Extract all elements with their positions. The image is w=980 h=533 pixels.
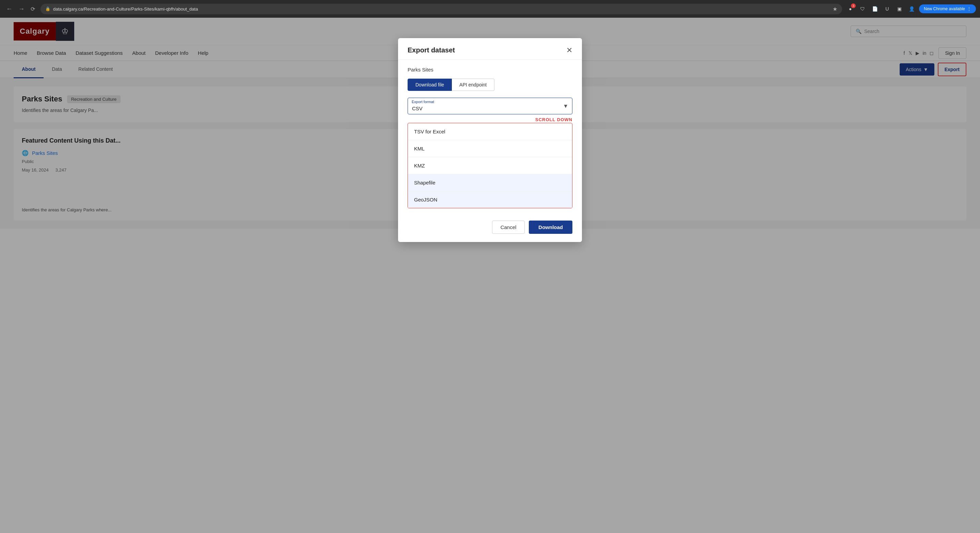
profile-icon[interactable]: 👤 (907, 4, 916, 14)
dropdown-item-tsv[interactable]: TSV for Excel (408, 123, 572, 140)
dropdown-item-shapefile[interactable]: Shapefile (408, 174, 572, 191)
modal-tab-download[interactable]: Download file (407, 79, 452, 91)
modal-tab-api[interactable]: API endpoint (452, 79, 495, 91)
refresh-button[interactable]: ⟳ (29, 5, 37, 14)
chevron-icon: ⋮ (967, 6, 971, 11)
modal-title: Export dataset (407, 46, 455, 54)
url-text: data.calgary.ca/Recreation-and-Culture/P… (53, 6, 830, 11)
forward-button[interactable]: → (16, 4, 27, 14)
modal-dataset-name: Parks Sites (407, 67, 573, 73)
new-chrome-label: New Chrome available (924, 6, 965, 11)
modal-footer: Cancel Download (398, 215, 582, 242)
dropdown-item-geojson[interactable]: GeoJSON (408, 191, 572, 208)
bookmark-manager-icon[interactable]: 📄 (870, 4, 880, 14)
shield-icon[interactable]: 🛡 (858, 4, 867, 14)
dropdown-item-kmz[interactable]: KMZ (408, 157, 572, 174)
extension-icon-2[interactable]: U (882, 4, 892, 14)
modal-close-button[interactable]: ✕ (566, 47, 573, 54)
modal-header: Export dataset ✕ (398, 38, 582, 60)
nav-buttons: ← → ⟳ (4, 4, 37, 14)
modal-backdrop: Export dataset ✕ Parks Sites Download fi… (0, 18, 980, 533)
export-format-label: Export format (412, 100, 434, 104)
new-chrome-button[interactable]: New Chrome available ⋮ (919, 5, 976, 13)
security-icon: 🔒 (45, 6, 50, 11)
export-modal: Export dataset ✕ Parks Sites Download fi… (398, 38, 582, 242)
modal-body: Parks Sites Download file API endpoint E… (398, 60, 582, 215)
cancel-button[interactable]: Cancel (492, 220, 525, 234)
export-format-container: Export format CSV ▼ (407, 98, 573, 114)
address-bar[interactable]: 🔒 data.calgary.ca/Recreation-and-Culture… (41, 4, 842, 14)
bookmark-icon[interactable]: ★ (832, 6, 837, 12)
scroll-hint: SCROLL DOWN (407, 117, 573, 122)
puzzle-icon[interactable]: ▣ (894, 4, 904, 14)
extension-icon-1[interactable]: ● 3 (845, 4, 855, 14)
download-button[interactable]: Download (529, 220, 573, 234)
modal-tabs: Download file API endpoint (407, 79, 573, 91)
back-button[interactable]: ← (4, 4, 14, 14)
dropdown-list: TSV for Excel KML KMZ Shapefile GeoJSON (407, 123, 573, 208)
browser-chrome: ← → ⟳ 🔒 data.calgary.ca/Recreation-and-C… (0, 0, 980, 18)
dropdown-item-kml[interactable]: KML (408, 140, 572, 157)
browser-actions: ● 3 🛡 📄 U ▣ 👤 New Chrome available ⋮ (845, 4, 976, 14)
